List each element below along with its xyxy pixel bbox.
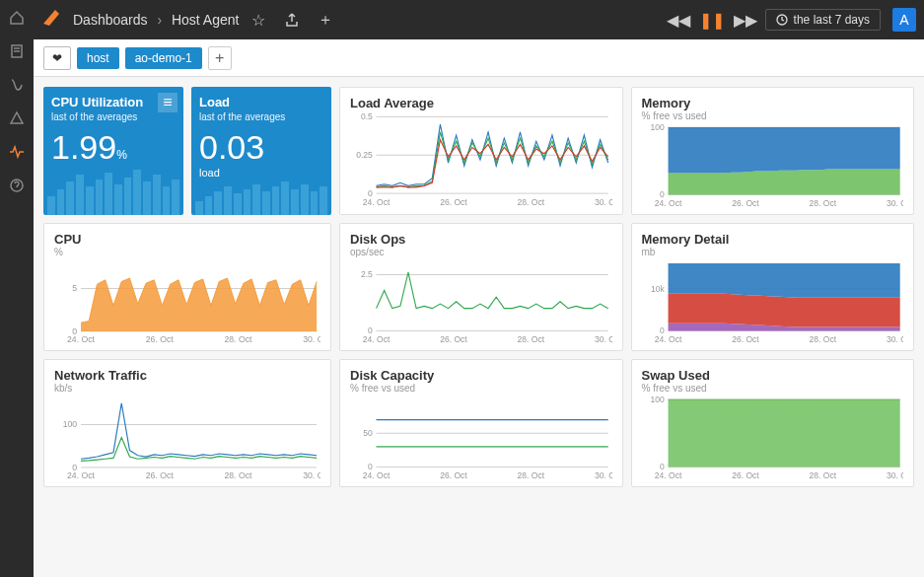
chart-title: Disk Ops — [350, 232, 612, 247]
forward-icon[interactable]: ▶▶ — [732, 6, 759, 34]
svg-text:30. Oct: 30. Oct — [886, 334, 903, 344]
chart-nettraf: 010024. Oct26. Oct28. Oct30. Oct — [54, 394, 320, 482]
chart-sub: % free vs used — [642, 383, 904, 394]
chart-title: Memory — [642, 96, 904, 110]
svg-text:28. Oct: 28. Oct — [224, 334, 251, 344]
left-nav — [0, 0, 34, 577]
svg-text:24. Oct: 24. Oct — [67, 334, 95, 344]
svg-text:24. Oct: 24. Oct — [363, 197, 391, 207]
crumb-leaf[interactable]: Host Agent — [172, 12, 240, 28]
chart-sub: kb/s — [54, 383, 320, 394]
tile-title: Load — [199, 95, 323, 109]
chart-sub: % free vs used — [350, 383, 612, 394]
tile-unit: % — [116, 148, 127, 162]
tile-memdet[interactable]: Memory Detail mb 010k24. Oct26. Oct28. O… — [631, 223, 915, 351]
chart-title: CPU — [54, 232, 320, 247]
chart-title: Memory Detail — [642, 232, 904, 247]
chart-swap: 010024. Oct26. Oct28. Oct30. Oct — [642, 394, 904, 482]
avatar[interactable]: A — [892, 8, 916, 32]
svg-text:26. Oct: 26. Oct — [440, 470, 467, 480]
timerange-picker[interactable]: the last 7 days — [765, 9, 881, 31]
crumb-root[interactable]: Dashboards — [73, 12, 148, 28]
chart-title: Disk Capacity — [350, 368, 612, 383]
help-icon[interactable] — [9, 178, 25, 193]
svg-text:28. Oct: 28. Oct — [518, 470, 545, 480]
tag-instance[interactable]: ao-demo-1 — [125, 47, 202, 69]
chart-memdet: 010k24. Oct26. Oct28. Oct30. Oct — [642, 257, 904, 346]
svg-text:28. Oct: 28. Oct — [518, 197, 545, 207]
svg-text:24. Oct: 24. Oct — [363, 334, 391, 344]
tile-loadavg[interactable]: Load Average 00.250.524. Oct26. Oct28. O… — [339, 87, 623, 215]
tile-sub: last of the averages — [51, 111, 176, 122]
svg-text:24. Oct: 24. Oct — [654, 470, 681, 480]
svg-text:2.5: 2.5 — [361, 269, 373, 279]
chart-sub: mb — [642, 247, 904, 257]
svg-text:28. Oct: 28. Oct — [518, 334, 545, 344]
svg-text:26. Oct: 26. Oct — [440, 334, 467, 344]
tile-value: 0.03 — [199, 128, 323, 167]
rewind-icon[interactable]: ◀◀ — [665, 6, 692, 34]
tile-diskops[interactable]: Disk Ops ops/sec 02.524. Oct26. Oct28. O… — [339, 223, 623, 351]
pause-icon[interactable]: ❚❚ — [698, 6, 726, 34]
tile-value: 1.99 — [51, 128, 116, 166]
svg-text:24. Oct: 24. Oct — [363, 470, 391, 480]
alert-icon[interactable] — [9, 110, 25, 126]
tile-nettraf[interactable]: Network Traffic kb/s 010024. Oct26. Oct2… — [43, 359, 331, 487]
svg-text:30. Oct: 30. Oct — [886, 198, 903, 208]
pulse-icon[interactable] — [9, 144, 25, 160]
tile-swap[interactable]: Swap Used % free vs used 010024. Oct26. … — [631, 359, 915, 487]
home-icon[interactable] — [9, 10, 25, 26]
chart-diskcap: 05024. Oct26. Oct28. Oct30. Oct — [350, 394, 612, 482]
dashboard-area: ≡ CPU Utilization last of the averages 1… — [34, 77, 924, 577]
svg-text:26. Oct: 26. Oct — [146, 334, 174, 344]
chart-loadavg: 00.250.524. Oct26. Oct28. Oct30. Oct — [350, 110, 612, 209]
svg-text:100: 100 — [650, 122, 664, 132]
svg-text:30. Oct: 30. Oct — [886, 470, 903, 480]
chart-cpu: 0524. Oct26. Oct28. Oct30. Oct — [54, 257, 320, 346]
chart-diskops: 02.524. Oct26. Oct28. Oct30. Oct — [350, 257, 612, 346]
svg-text:0.25: 0.25 — [356, 150, 373, 160]
chart-title: Load Average — [350, 96, 612, 110]
tag-bar: ❤︎ host ao-demo-1 + — [34, 39, 924, 77]
svg-text:30. Oct: 30. Oct — [595, 334, 612, 344]
breadcrumb[interactable]: Dashboards › Host Agent — [73, 12, 239, 28]
chart-sub: % free vs used — [642, 110, 904, 121]
tile-menu-icon[interactable]: ≡ — [158, 93, 178, 112]
tile-diskcap[interactable]: Disk Capacity % free vs used 05024. Oct2… — [339, 359, 623, 487]
tile-cpu-util[interactable]: ≡ CPU Utilization last of the averages 1… — [43, 87, 183, 215]
svg-text:28. Oct: 28. Oct — [809, 470, 836, 480]
svg-text:28. Oct: 28. Oct — [809, 198, 836, 208]
star-icon[interactable]: ☆ — [245, 6, 272, 34]
clock-icon — [776, 14, 788, 26]
svg-text:50: 50 — [363, 428, 373, 438]
add-tag-button[interactable]: + — [208, 46, 232, 70]
svg-text:100: 100 — [63, 419, 78, 429]
chart-sub: % — [54, 247, 320, 257]
add-icon[interactable]: ＋ — [312, 6, 339, 34]
svg-text:26. Oct: 26. Oct — [732, 470, 759, 480]
doc-icon[interactable] — [9, 43, 25, 59]
svg-text:30. Oct: 30. Oct — [303, 470, 320, 480]
chart-sub: ops/sec — [350, 247, 612, 257]
share-icon[interactable] — [278, 6, 306, 34]
tag-host[interactable]: host — [77, 47, 119, 69]
tile-sub: last of the averages — [199, 111, 323, 122]
tile-load[interactable]: Load last of the averages 0.03 load — [191, 87, 331, 215]
svg-text:28. Oct: 28. Oct — [224, 470, 251, 480]
svg-text:24. Oct: 24. Oct — [654, 198, 681, 208]
chart-memory: 010024. Oct26. Oct28. Oct30. Oct — [642, 121, 904, 210]
sparkbars — [43, 168, 183, 215]
flow-icon[interactable] — [9, 77, 25, 93]
app-logo-icon — [41, 8, 61, 32]
sparkbars — [191, 168, 331, 215]
svg-text:0.5: 0.5 — [361, 111, 373, 121]
favorite-tag-icon[interactable]: ❤︎ — [43, 46, 71, 70]
svg-text:26. Oct: 26. Oct — [440, 197, 467, 207]
svg-text:28. Oct: 28. Oct — [809, 334, 836, 344]
tile-memory[interactable]: Memory % free vs used 010024. Oct26. Oct… — [631, 87, 915, 215]
svg-text:100: 100 — [650, 395, 664, 404]
svg-text:26. Oct: 26. Oct — [732, 198, 759, 208]
svg-text:30. Oct: 30. Oct — [303, 334, 320, 344]
tile-cpu[interactable]: CPU % 0524. Oct26. Oct28. Oct30. Oct — [43, 223, 331, 351]
svg-text:5: 5 — [72, 283, 77, 293]
